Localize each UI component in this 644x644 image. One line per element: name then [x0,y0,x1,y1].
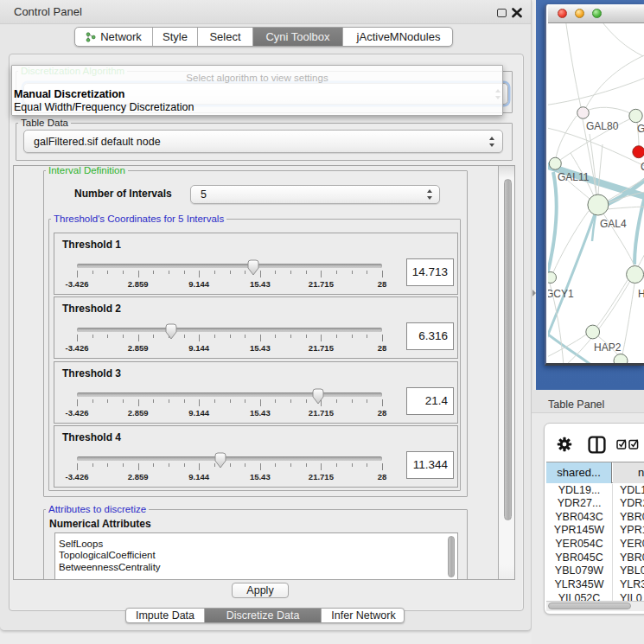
threshold-slider-track[interactable] [77,456,382,461]
slider-thumb[interactable] [247,259,259,276]
table-row[interactable]: YDL19...YDL1 [546,484,644,498]
table-cell-shared-name: YPR145W [546,524,612,536]
threshold-slider-track[interactable] [77,328,382,332]
table-row[interactable]: YER054CYER0 [546,538,644,552]
network-node-h[interactable] [627,266,644,284]
float-window-icon[interactable] [497,9,507,17]
numerical-attributes-list[interactable]: SelfLoopsTopologicalCoefficientBetweenne… [54,532,458,580]
tab-label: Impute Data [136,609,194,622]
tab-discretize-data[interactable]: Discretize Data [205,609,322,622]
slider-minor-tick [184,399,185,403]
network-edge[interactable] [589,107,630,113]
slider-minor-tick [123,335,124,338]
settings-scrollbar-thumb[interactable] [504,179,512,520]
network-edge[interactable] [565,23,581,107]
slider-major-tick [138,463,139,470]
tab-cyni-toolbox[interactable]: Cyni Toolbox [253,28,343,46]
network-edge-highlight[interactable] [548,172,557,288]
network-node-g[interactable] [629,109,642,122]
table-row[interactable]: YDR27...YDR2 [546,497,644,511]
slider-minor-tick [245,335,245,338]
tab-infer-network[interactable]: Infer Network [322,609,405,622]
attribute-list-item[interactable]: BetweennessCentrality [55,562,457,574]
thresholds-group-title: Threshold's Coordinates for 5 Intervals [51,214,226,225]
zoom-traffic-icon[interactable] [592,9,602,18]
slider-thumb[interactable] [165,323,177,340]
network-edge[interactable] [556,116,577,158]
table-row[interactable]: YBR043CYBR0 [546,511,644,525]
network-node-gal4[interactable] [588,194,609,215]
table-header-shared-name[interactable]: shared... [546,462,612,483]
network-node-hap2[interactable] [586,325,600,339]
popup-item-1[interactable]: Manual Discretization [14,88,125,100]
checkbox-icon[interactable] [616,438,628,450]
slider-minor-tick [336,463,337,467]
table-header-name[interactable]: n [613,462,644,483]
close-traffic-icon[interactable] [558,9,567,18]
network-edge[interactable] [590,134,596,195]
tab-label: Cyni Toolbox [265,30,329,43]
threshold-value-field[interactable]: 14.713 [406,258,454,286]
table-column-divider [612,538,613,552]
minimize-traffic-icon[interactable] [575,9,584,18]
tab-style[interactable]: Style [153,28,198,46]
columns-icon[interactable] [588,436,606,454]
table-row[interactable]: YBR045CYBR0 [546,552,644,565]
network-edge[interactable] [548,77,644,105]
table-row[interactable]: YPR145WYPR1 [546,524,644,538]
threshold-slider-track[interactable] [77,264,382,268]
network-canvas[interactable]: GAL80G.CGAL11GAL4GCY1HHAP2 [548,23,644,363]
slider-minor-tick [169,463,169,467]
network-node-c[interactable] [633,146,644,158]
slider-thumb[interactable] [312,388,324,405]
attribute-list-item[interactable]: SelfLoops [55,539,457,551]
network-node-gcy1[interactable] [548,272,557,284]
threshold-value-field[interactable]: 11.344 [406,451,454,479]
table-hscrollbar-thumb[interactable] [548,603,631,609]
tab-network[interactable]: Network [75,28,153,46]
table-column-divider [612,564,613,578]
table-data-group-title: Table Data [18,118,71,129]
slider-thumb[interactable] [214,452,226,469]
network-edge[interactable] [622,284,634,354]
network-edge[interactable] [600,23,643,56]
network-edge[interactable] [586,53,644,107]
slider-tick-label: 28 [363,408,401,418]
checkbox-icon[interactable] [628,438,640,450]
network-edge[interactable] [548,127,644,169]
tab-impute-data[interactable]: Impute Data [126,609,205,622]
gear-icon[interactable] [557,437,572,452]
control-panel-titlebar[interactable]: Control Panel [0,0,531,24]
tab-select[interactable]: Select [198,28,253,46]
tab-jactivemnodules[interactable]: jActiveMNodules [343,28,453,46]
attribute-list-item[interactable]: TopologicalCoefficient [55,550,457,562]
network-edge-highlight[interactable] [634,193,644,265]
splitpane-arrow-icon[interactable] [532,290,536,296]
network-edge[interactable] [598,144,603,194]
settings-vertical-scrollbar[interactable] [498,166,515,580]
slider-minor-tick [290,271,291,274]
network-window-titlebar[interactable] [548,4,644,23]
table-panel-titlebar[interactable]: Table Panel [532,390,644,413]
network-node-gal80[interactable] [577,107,590,119]
network-node[interactable] [614,354,628,364]
slider-minor-tick [275,271,276,274]
threshold-value-field[interactable]: 6.316 [406,322,454,350]
close-icon[interactable] [512,7,522,18]
table-cell-name: YPR1 [620,524,644,536]
table-horizontal-scrollbar[interactable] [546,601,644,611]
popup-item-2[interactable]: Equal Width/Frequency Discretization [14,101,194,113]
slider-major-tick [199,271,200,277]
network-edge[interactable] [607,207,644,209]
threshold-value-field[interactable]: 21.4 [406,387,454,415]
number-of-intervals-spinner[interactable]: 5 [190,185,440,204]
threshold-slider-track[interactable] [77,392,382,397]
attributes-list-scrollbar[interactable] [448,536,456,577]
table-row[interactable]: YBL079WYBL0 [546,564,644,578]
network-node-gal11[interactable] [549,157,561,169]
table-row[interactable]: YLR345WYLR3 [546,578,644,592]
network-edge[interactable] [597,280,628,326]
apply-button[interactable]: Apply [232,583,289,598]
table-data-combo[interactable]: galFiltered.sif default node [23,130,503,153]
table-cell-shared-name: YBL079W [546,564,612,577]
